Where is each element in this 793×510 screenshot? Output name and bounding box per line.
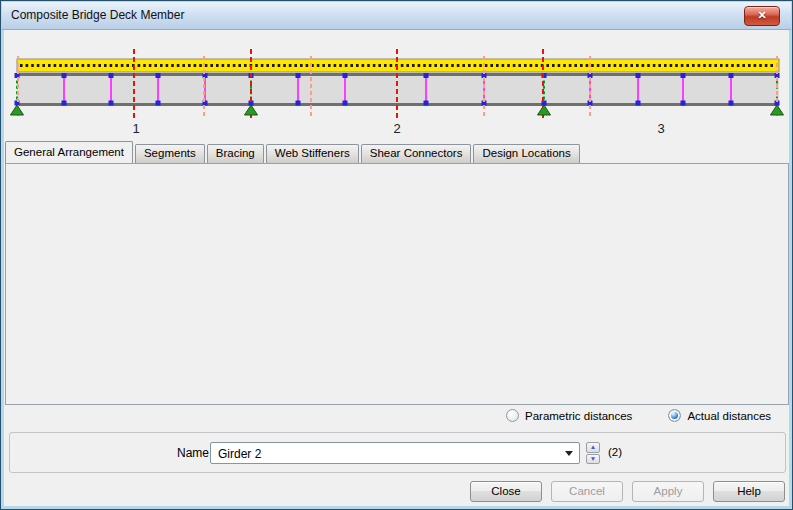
node-marker — [424, 101, 429, 106]
tab-bracing[interactable]: Bracing — [207, 144, 264, 163]
close-button[interactable]: Close — [470, 481, 542, 502]
span-label: 3 — [657, 121, 664, 136]
tab-shear-connectors[interactable]: Shear Connectors — [361, 144, 472, 163]
composite-bridge-deck-member-dialog: Composite Bridge Deck Member ✕ 123 Gener… — [0, 0, 793, 510]
radio-button-icon[interactable] — [506, 409, 519, 422]
close-icon[interactable]: ✕ — [744, 6, 780, 26]
window-title: Composite Bridge Deck Member — [11, 8, 184, 22]
support-icon — [245, 105, 258, 115]
node-marker — [109, 101, 114, 106]
bridge-elevation-svg: 123 — [1, 29, 793, 141]
node-marker — [681, 73, 686, 78]
apply-button: Apply — [632, 481, 704, 502]
stepper-up-icon[interactable]: ▲ — [586, 442, 600, 453]
name-label: Name — [177, 446, 209, 460]
node-marker — [636, 73, 641, 78]
tab-segments[interactable]: Segments — [135, 144, 205, 163]
node-marker — [343, 73, 348, 78]
tab-web-stiffeners[interactable]: Web Stiffeners — [266, 144, 359, 163]
bridge-elevation-diagram: 123 — [1, 29, 793, 141]
radio-actual-distances[interactable]: Actual distances — [668, 409, 771, 422]
node-marker — [156, 101, 161, 106]
name-combobox[interactable]: Girder 2 — [210, 442, 580, 464]
name-index-stepper: ▲ ▼ — [586, 442, 600, 464]
name-groupbox: Name Girder 2 ▲ ▼ (2) — [9, 432, 786, 473]
radio-button-icon[interactable] — [668, 409, 681, 422]
node-marker — [424, 73, 429, 78]
help-button[interactable]: Help — [713, 481, 785, 502]
radio-parametric-distances[interactable]: Parametric distances — [506, 409, 632, 422]
node-marker — [296, 73, 301, 78]
chevron-down-icon — [565, 451, 573, 456]
title-bar[interactable]: Composite Bridge Deck Member ✕ — [2, 2, 791, 30]
tab-design-locations[interactable]: Design Locations — [473, 144, 579, 163]
support-icon — [11, 105, 24, 115]
node-marker — [729, 101, 734, 106]
distance-mode-radios: Parametric distancesActual distances — [506, 409, 771, 422]
tab-general-arrangement[interactable]: General Arrangement — [5, 141, 133, 163]
node-marker — [156, 73, 161, 78]
general-arrangement-tab-page — [5, 163, 789, 405]
node-marker — [62, 101, 67, 106]
name-count-badge: (2) — [608, 446, 622, 458]
node-marker — [109, 73, 114, 78]
radio-label: Parametric distances — [525, 410, 632, 422]
node-marker — [729, 73, 734, 78]
span-label: 2 — [393, 121, 400, 136]
node-marker — [343, 101, 348, 106]
radio-label: Actual distances — [687, 410, 771, 422]
node-marker — [296, 101, 301, 106]
node-marker — [681, 101, 686, 106]
stepper-down-icon[interactable]: ▼ — [586, 454, 600, 465]
cancel-button: Cancel — [551, 481, 623, 502]
span-label: 1 — [132, 121, 139, 136]
name-value: Girder 2 — [218, 447, 261, 461]
node-marker — [62, 73, 67, 78]
node-marker — [636, 101, 641, 106]
support-icon — [538, 105, 551, 115]
dialog-footer-buttons: CloseCancelApplyHelp — [470, 481, 785, 502]
tab-strip: General ArrangementSegmentsBracingWeb St… — [5, 142, 582, 163]
support-icon — [771, 105, 784, 115]
